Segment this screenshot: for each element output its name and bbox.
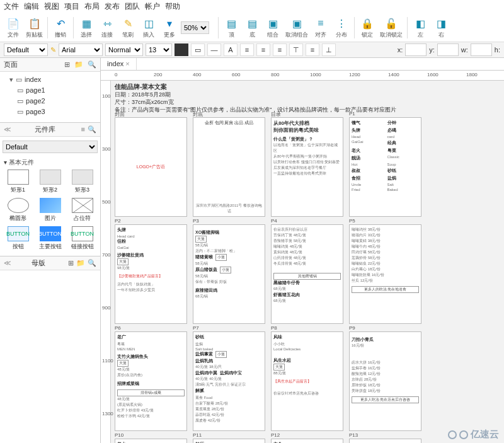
pos-w-input[interactable] xyxy=(471,43,492,56)
add-master-icon[interactable]: ⊞ xyxy=(68,259,74,267)
align-center-btn[interactable]: ≡ xyxy=(256,43,270,56)
tool-left[interactable]: ◧左 xyxy=(411,16,430,39)
lib-item[interactable]: 矩形1 xyxy=(3,168,33,195)
paint-icon[interactable]: ✎ xyxy=(50,46,56,54)
line-color-btn[interactable]: — xyxy=(207,43,221,56)
list-icon[interactable]: ≡ xyxy=(81,125,85,133)
menu-project[interactable]: 项目 xyxy=(64,1,79,12)
layer-top-icon: ▤ xyxy=(223,16,239,30)
tool-more[interactable]: ▾更多 xyxy=(160,16,179,39)
pos-x-input[interactable] xyxy=(405,43,427,56)
tool-align[interactable]: ≡对齐 xyxy=(311,16,330,39)
separator xyxy=(218,17,219,38)
fill-color-btn[interactable] xyxy=(175,43,188,56)
tree-page3[interactable]: ▭ page3 xyxy=(3,106,98,117)
pos-y-input[interactable] xyxy=(437,43,459,56)
tool-insert[interactable]: ◫插入 xyxy=(139,16,158,39)
lib-shape-icon: BUTTON xyxy=(40,226,61,241)
wireframe-card[interactable]: LOGO+广告语 xyxy=(115,117,187,217)
search-icon[interactable]: 🔍 xyxy=(88,125,96,133)
library-select[interactable]: Default xyxy=(3,141,98,153)
lib-shape-icon xyxy=(8,198,29,213)
lib-item-label: 矩形3 xyxy=(75,186,89,194)
left-sidebar: 页面 ⊞ 📁 🔍 ▾▭ index ▭ page1 ▭ page2 ▭ page… xyxy=(0,58,101,443)
folder-icon[interactable]: 📁 xyxy=(76,259,85,267)
separator xyxy=(47,17,48,38)
wireframe-card[interactable]: 解压甜品 xyxy=(193,439,265,443)
page-label: P11 xyxy=(193,432,202,438)
tool-connect[interactable]: ⇿连接 xyxy=(98,16,117,39)
add-page-icon[interactable]: ⊞ xyxy=(64,60,70,68)
tree-page1[interactable]: ▭ page1 xyxy=(3,85,98,96)
wireframe-card[interactable]: 老火上汤 xyxy=(115,439,187,443)
menu-file[interactable]: 文件 xyxy=(4,1,19,12)
menu-layout[interactable]: 布局 xyxy=(84,1,100,12)
valign-top-btn[interactable]: ⊤ xyxy=(289,43,303,56)
valign-bot-btn[interactable]: ⊥ xyxy=(322,43,336,56)
tool-dist[interactable]: ⋮分布 xyxy=(332,16,351,39)
toolbar-main: 📄文件 📋剪贴板 ↶撤销 ▦选择 ⇿连接 ✎笔刷 ◫插入 ▾更多 50% ▤顶 … xyxy=(0,14,504,42)
tree-root[interactable]: ▾▭ index xyxy=(3,74,98,85)
size-select[interactable]: 13 xyxy=(146,43,172,56)
wireframe-card[interactable]: 刀拍小青瓜16元/份卤水大拼 16元/份盐焗手卷 16元/份酸辣泡菜 12元/份… xyxy=(349,331,421,431)
align-left-btn[interactable]: ≡ xyxy=(240,43,254,56)
wireframe-card[interactable]: 从80年代大排档到你面前的粤式美味什么是「煲粥煲」？以地而名「煲粥煲」位于深圳罗… xyxy=(271,117,343,217)
tool-undo[interactable]: ↶撤销 xyxy=(51,16,70,39)
lib-item[interactable]: 图片 xyxy=(35,197,66,224)
tool-clipboard[interactable]: 📋剪贴板 xyxy=(25,16,44,39)
tool-top[interactable]: ▤顶 xyxy=(222,16,241,39)
wireframe-card[interactable]: 镬气分钟头牌必喝HeadcardGaiGai经典老火粤菜靓汤ClassicHot… xyxy=(349,117,421,217)
menu-help[interactable]: 帮助 xyxy=(165,1,180,12)
zoom-select[interactable]: 50% xyxy=(181,21,209,34)
lib-item[interactable]: 矩形2 xyxy=(35,168,66,195)
menu-account[interactable]: 帐户 xyxy=(145,1,160,12)
menu-view[interactable]: 视图 xyxy=(44,1,59,12)
menu-publish[interactable]: 发布 xyxy=(105,1,120,12)
tool-group-btn[interactable]: ▣组合 xyxy=(263,16,282,39)
align-right-btn[interactable]: ≡ xyxy=(273,43,287,56)
close-icon[interactable]: × xyxy=(125,60,129,67)
wireframe-card[interactable]: 啫啫鸡丝 38元/份猪颈肉片 33元/份啫啫黄鳝 38元/份啫啫牛肉 48元/份… xyxy=(349,224,421,324)
tool-right[interactable]: ◨右 xyxy=(432,16,450,39)
tool-select[interactable]: ▦选择 xyxy=(77,16,96,39)
search-icon[interactable]: 🔍 xyxy=(88,259,96,267)
tool-ungroup[interactable]: ▣取消组合 xyxy=(284,16,309,39)
search-icon[interactable]: 🔍 xyxy=(88,60,96,68)
lib-item[interactable]: 占位符 xyxy=(67,197,98,224)
wireframe-card[interactable]: 砂纸盐焗Salt baked盐焗掌蓝小煲盐焗乳鸽40元/煲 38元/只盐焗鸡中翼… xyxy=(193,331,265,431)
add-folder-icon[interactable]: 📁 xyxy=(74,60,83,68)
text-color-btn[interactable]: A xyxy=(224,43,238,56)
wireframe-card[interactable]: 主食Staple Food xyxy=(271,439,343,443)
canvas-tab-index[interactable]: index × xyxy=(101,58,137,70)
wireframe-card[interactable]: 风味小小吃Local Delicacies风生水起大煲88元/煲【风生水起产品留… xyxy=(271,331,343,431)
tool-unlock[interactable]: 🔓取消锁定 xyxy=(379,16,404,39)
wireframe-card[interactable]: 头牌Head card佳粉GaiGai沙姜猪肚煲鸡大煲98元/煲【沙姜猪肚煲鸡产… xyxy=(115,224,187,324)
menu-edit[interactable]: 编辑 xyxy=(24,1,39,12)
work-surface[interactable]: 10030050070090011001300 佳能品牌-菜本文案 日期：201… xyxy=(101,81,504,443)
lib-item[interactable]: 椭圆形 xyxy=(3,197,33,224)
page-icon: ▭ xyxy=(16,97,24,105)
tool-file[interactable]: 📄文件 xyxy=(4,16,23,39)
group-icon: ▣ xyxy=(265,16,281,30)
wireframe-card[interactable]: 老广粤菜MEN MEN支竹火腩焖鱼头大煲48元/煲原价(在店内食)招牌咸菜锅排骨… xyxy=(115,331,187,431)
wireframe-card[interactable]: 饮料专区 xyxy=(349,439,421,443)
tool-bottom[interactable]: ▤底 xyxy=(243,16,261,39)
valign-mid-btn[interactable]: ≡ xyxy=(306,43,319,56)
wireframe-card[interactable]: 会所 包间 厨房 出品 成品深圳市罗湖区鸿昌路2011号 餐饮咨询电话 xyxy=(193,117,265,217)
border-color-btn[interactable]: ▭ xyxy=(191,43,205,56)
font-select[interactable]: Arial xyxy=(59,43,103,56)
weight-select[interactable]: Normal xyxy=(105,43,143,56)
wireframe-card[interactable]: 价目表所列价目以店宫保鸡丁煲 48元/煲香辣猪手煲 58元/煲啫啫鸡煲 48元/… xyxy=(271,224,343,324)
lib-item[interactable]: 矩形3 xyxy=(67,168,98,195)
tool-pen[interactable]: ✎笔刷 xyxy=(118,16,137,39)
chevron-down-icon: ▾ xyxy=(8,76,15,84)
tree-page2[interactable]: ▭ page2 xyxy=(3,96,98,106)
tool-lock[interactable]: 🔒锁定 xyxy=(358,16,377,39)
lib-item-label: 按钮 xyxy=(13,243,24,251)
lib-item[interactable]: BUTTON主要按钮 xyxy=(35,225,66,252)
wireframe-card[interactable]: XO酱猪脚锅大煲58元/锅店内：不二家猪脚「粉」猪猪黄喉小煲58元/锅原山猪饭盖… xyxy=(193,224,265,324)
menu-team[interactable]: 团队 xyxy=(125,1,140,12)
lib-item[interactable]: BUTTON链接按钮 xyxy=(67,225,98,252)
lib-item[interactable]: BUTTON按钮 xyxy=(3,225,33,252)
style-select[interactable]: Default xyxy=(4,43,48,56)
